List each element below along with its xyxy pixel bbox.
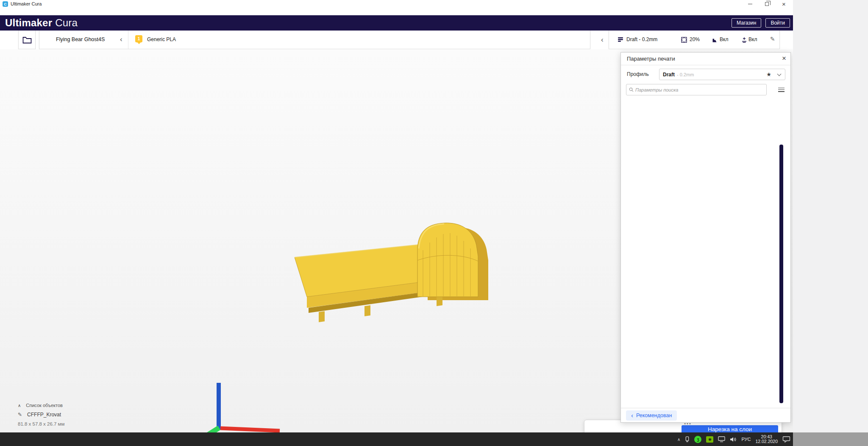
close-icon[interactable]: × <box>782 54 786 63</box>
print-settings-panel: Параметры печати × Профиль Draft - 0.2mm… <box>620 52 791 423</box>
configuration-bar: Flying Bear Ghost4S ‹ 1 Generic PLA ‹ Dr… <box>0 31 793 49</box>
monitor-icon[interactable] <box>718 436 725 442</box>
printer-material-selector[interactable]: Flying Bear Ghost4S ‹ 1 Generic PLA <box>39 31 590 49</box>
speaker-icon[interactable] <box>730 437 737 442</box>
title-bar: C Ultimaker Cura × <box>0 0 793 8</box>
main-header: UltimakerCura Магазин Войти <box>0 15 793 31</box>
object-dimensions: 81.8 x 57.8 x 26.7 мм <box>18 421 64 426</box>
object-name: CFFFP_Krovat <box>27 412 61 418</box>
cura-app-icon: C <box>3 1 8 7</box>
razer-icon[interactable]: ʒ <box>694 436 701 443</box>
desktop-area <box>793 0 868 446</box>
infill-icon <box>681 37 687 43</box>
object-list-label: Список объектов <box>26 403 63 408</box>
notification-center-icon[interactable] <box>782 436 790 443</box>
minimize-button[interactable] <box>741 0 759 8</box>
marketplace-button[interactable]: Магазин <box>732 18 761 28</box>
recommended-mode-link[interactable]: ‹ Рекомендован <box>626 410 677 421</box>
signin-button[interactable]: Войти <box>765 18 790 28</box>
maximize-button[interactable] <box>758 0 776 8</box>
profile-label: Профиль <box>627 71 649 77</box>
search-input[interactable] <box>635 87 764 92</box>
panel-title: Параметры печати <box>627 56 675 62</box>
object-list-toggle[interactable]: ∧ Список объектов <box>18 403 64 408</box>
profile-summary: Draft - 0.2mm <box>626 36 657 42</box>
printer-name: Flying Bear Ghost4S <box>56 36 105 42</box>
profile-dropdown[interactable]: Draft - 0.2mm ★ <box>659 69 785 80</box>
search-icon <box>629 87 634 92</box>
print-settings-summary[interactable]: Draft - 0.2mm 20% Вкл Вкл ✎ <box>609 31 780 49</box>
support-summary: Вкл <box>720 36 728 42</box>
favorite-star-icon[interactable]: ★ <box>766 71 771 78</box>
support-icon <box>712 37 718 43</box>
taskbar-clock[interactable]: 20:43 12.02.2020 <box>755 435 778 444</box>
model-bed[interactable] <box>295 223 488 322</box>
adhesion-summary: Вкл <box>748 36 757 42</box>
system-tray: ∧ ʒ ◉ РУС 20:43 12.02.2020 <box>677 432 790 446</box>
layers-icon <box>618 37 623 42</box>
axes-indicator <box>198 383 280 432</box>
windows-taskbar: ∧ ʒ ◉ РУС 20:43 12.02.2020 <box>0 432 793 446</box>
collapse-settings-chevron[interactable]: ‹ <box>601 36 604 43</box>
cura-window: C Ultimaker Cura × UltimakerCura Магазин… <box>0 0 793 446</box>
nvidia-icon[interactable]: ◉ <box>706 436 713 443</box>
scrollbar[interactable] <box>779 145 783 403</box>
chevron-up-icon: ∧ <box>18 403 21 408</box>
adhesion-icon <box>741 37 747 43</box>
language-indicator[interactable]: РУС <box>741 437 751 442</box>
window-title: Ultimaker Cura <box>11 1 42 6</box>
open-file-button[interactable] <box>18 31 36 49</box>
edit-settings-icon[interactable]: ✎ <box>770 36 775 42</box>
chevron-left-icon[interactable]: ‹ <box>120 36 122 43</box>
infill-summary: 20% <box>690 36 700 42</box>
settings-menu-icon[interactable] <box>778 86 785 93</box>
material-name: Generic PLA <box>147 36 176 42</box>
folder-icon <box>22 36 32 44</box>
object-list-item[interactable]: ✎ CFFFP_Krovat <box>18 412 64 418</box>
ultimaker-cura-logo: UltimakerCura <box>5 17 78 29</box>
rename-pencil-icon[interactable]: ✎ <box>18 412 22 418</box>
close-button[interactable]: × <box>775 0 793 8</box>
tray-expand-icon[interactable]: ∧ <box>677 437 680 442</box>
back-chevron-icon: ‹ <box>631 413 633 418</box>
chevron-down-icon <box>777 72 782 76</box>
device-icon[interactable] <box>685 436 690 443</box>
extruder-badge: 1 <box>135 35 142 42</box>
menu-bar <box>0 8 793 15</box>
